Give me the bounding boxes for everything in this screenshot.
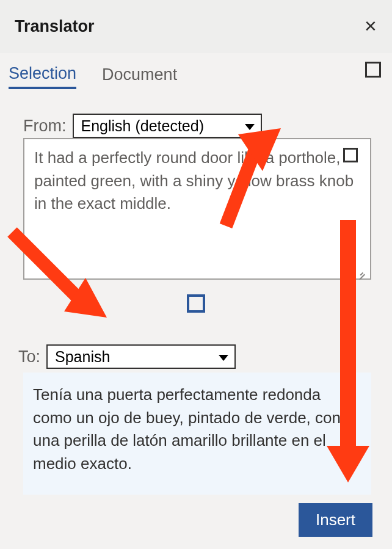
target-text: Tenía una puerta perfectamente redonda c… — [33, 384, 361, 476]
swap-languages-icon[interactable] — [187, 294, 205, 313]
to-select-wrap: Spanish — [46, 344, 236, 369]
from-row: From: English (detected) — [9, 114, 383, 138]
from-language-select[interactable]: English (detected) — [73, 114, 262, 138]
expand-icon[interactable] — [365, 62, 381, 78]
to-row: To: Spanish — [9, 344, 383, 369]
source-text-box — [23, 138, 371, 280]
tab-document[interactable]: Document — [102, 65, 177, 88]
page-title: Translator — [15, 17, 95, 36]
from-select-wrap: English (detected) — [73, 114, 262, 138]
to-label: To: — [18, 347, 40, 366]
from-label: From: — [23, 117, 67, 136]
tab-selection[interactable]: Selection — [9, 64, 76, 89]
close-icon[interactable]: ✕ — [364, 17, 377, 36]
insert-button[interactable]: Insert — [299, 503, 372, 537]
header: Translator ✕ — [0, 0, 392, 53]
resize-handle-icon[interactable] — [357, 266, 365, 275]
content: Selection Document From: English (detect… — [0, 53, 392, 495]
expand-source-icon[interactable] — [343, 148, 358, 162]
tabs: Selection Document — [9, 64, 383, 89]
target-text-box: Tenía una puerta perfectamente redonda c… — [23, 373, 371, 495]
source-textarea[interactable] — [34, 147, 360, 269]
to-language-select[interactable]: Spanish — [46, 344, 236, 369]
